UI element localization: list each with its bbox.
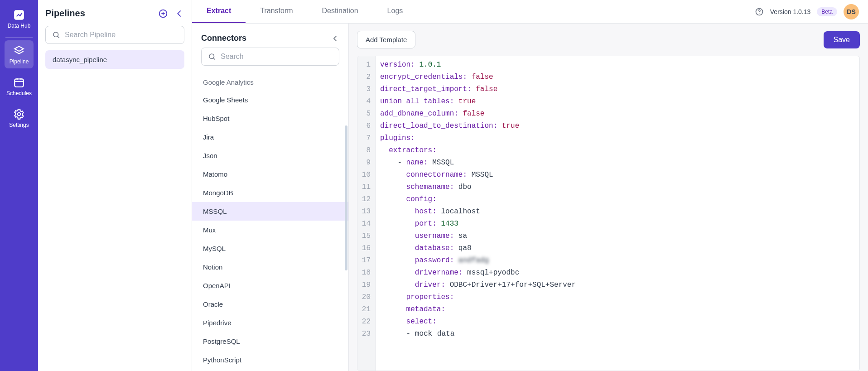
connectors-search[interactable] bbox=[201, 48, 339, 66]
connector-item-truncated[interactable]: Google Analytics bbox=[192, 77, 348, 91]
connectors-panel: Connectors Google Analytics Google Sheet… bbox=[192, 24, 349, 371]
connector-item[interactable]: HubSpot bbox=[192, 109, 348, 128]
connector-item[interactable]: PostgreSQL bbox=[192, 332, 348, 351]
connector-item[interactable]: Json bbox=[192, 146, 348, 165]
add-pipeline-button[interactable] bbox=[158, 9, 168, 19]
connectors-title: Connectors bbox=[201, 34, 246, 43]
connector-item[interactable]: Oracle bbox=[192, 295, 348, 313]
connector-item[interactable]: Matomo bbox=[192, 165, 348, 183]
svg-line-15 bbox=[213, 58, 215, 60]
code-content[interactable]: version: 1.0.1encrypt_credentials: false… bbox=[376, 56, 859, 371]
svg-point-6 bbox=[18, 113, 21, 116]
nav-item-settings[interactable]: Settings bbox=[5, 104, 34, 132]
add-template-button[interactable]: Add Template bbox=[357, 31, 415, 48]
brand-logo[interactable]: Data Hub bbox=[5, 5, 34, 33]
tab-extract[interactable]: Extract bbox=[192, 0, 246, 23]
code-editor[interactable]: 1234567891011121314151617181920212223 ve… bbox=[357, 56, 860, 371]
editor-toolbar: Add Template Save bbox=[349, 24, 868, 56]
svg-marker-1 bbox=[14, 46, 24, 51]
pipelines-panel: Pipelines datasync_pipeline bbox=[38, 0, 192, 371]
svg-point-13 bbox=[759, 13, 759, 14]
connector-item[interactable]: Mux bbox=[192, 221, 348, 239]
nav-item-schedules[interactable]: Schedules bbox=[5, 72, 34, 100]
connector-item[interactable]: PythonScript bbox=[192, 351, 348, 369]
pipeline-search-input[interactable] bbox=[65, 31, 178, 39]
collapse-pipelines-button[interactable] bbox=[174, 9, 184, 19]
main-area: ExtractTransformDestinationLogs Version … bbox=[192, 0, 868, 371]
search-icon bbox=[208, 53, 216, 61]
svg-line-11 bbox=[58, 36, 59, 38]
nav-item-label: Pipeline bbox=[10, 58, 29, 65]
editor-area: Add Template Save 1234567891011121314151… bbox=[349, 24, 868, 371]
connector-item[interactable]: MySQL bbox=[192, 239, 348, 258]
connectors-list[interactable]: Google Analytics Google SheetsHubSpotJir… bbox=[192, 77, 348, 371]
nav-item-pipeline[interactable]: Pipeline bbox=[5, 40, 34, 68]
pipelines-title: Pipelines bbox=[45, 8, 85, 19]
nav-item-label: Schedules bbox=[6, 90, 32, 96]
pipeline-item-name: datasync_pipeline bbox=[53, 56, 107, 63]
brand-label: Data Hub bbox=[8, 23, 31, 29]
workspace: Connectors Google Analytics Google Sheet… bbox=[192, 24, 868, 371]
nav-item-label: Settings bbox=[9, 122, 29, 128]
version-label: Version 1.0.13 bbox=[770, 8, 811, 15]
connector-item[interactable]: MSSQL bbox=[192, 202, 348, 221]
tab-logs[interactable]: Logs bbox=[373, 0, 418, 23]
rail-divider bbox=[5, 37, 33, 38]
code-gutter: 1234567891011121314151617181920212223 bbox=[357, 56, 376, 371]
pipeline-search[interactable] bbox=[45, 26, 184, 44]
tab-destination[interactable]: Destination bbox=[308, 0, 373, 23]
search-icon bbox=[52, 31, 60, 39]
layers-icon bbox=[13, 45, 25, 57]
connectors-search-input[interactable] bbox=[221, 53, 333, 61]
connector-item[interactable]: MongoDB bbox=[192, 183, 348, 202]
save-button[interactable]: Save bbox=[824, 31, 860, 48]
svg-rect-2 bbox=[14, 79, 24, 87]
nav-rail: Data Hub Pipeline Schedules Settings bbox=[0, 0, 38, 371]
topbar: ExtractTransformDestinationLogs Version … bbox=[192, 0, 868, 24]
svg-point-14 bbox=[209, 54, 214, 59]
connector-item[interactable]: Google Sheets bbox=[192, 91, 348, 109]
scrollbar-thumb[interactable] bbox=[345, 125, 347, 270]
svg-point-10 bbox=[53, 32, 58, 37]
gear-icon bbox=[13, 108, 25, 120]
help-icon[interactable] bbox=[755, 7, 764, 16]
beta-badge: Beta bbox=[817, 7, 837, 16]
collapse-connectors-button[interactable] bbox=[331, 34, 339, 43]
calendar-icon bbox=[13, 77, 25, 88]
connector-item[interactable]: OpenAPI bbox=[192, 276, 348, 295]
avatar[interactable]: DS bbox=[844, 4, 859, 19]
connector-item[interactable]: Pipedrive bbox=[192, 313, 348, 332]
logo-icon bbox=[13, 9, 25, 21]
tab-transform[interactable]: Transform bbox=[246, 0, 307, 23]
connector-item[interactable]: Jira bbox=[192, 128, 348, 146]
tabs: ExtractTransformDestinationLogs bbox=[192, 0, 417, 23]
connector-item[interactable]: Notion bbox=[192, 258, 348, 276]
pipeline-item[interactable]: datasync_pipeline bbox=[45, 50, 184, 69]
